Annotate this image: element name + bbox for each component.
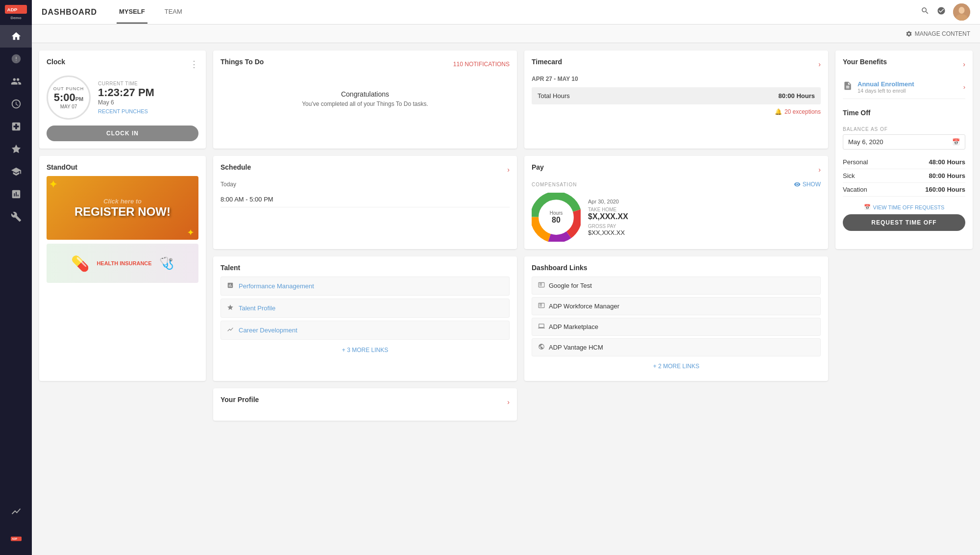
view-requests-link[interactable]: 📅 VIEW TIME OFF REQUESTS xyxy=(843,204,965,210)
timecard-total-label: Total Hours xyxy=(538,92,570,100)
document-icon xyxy=(843,81,853,93)
star-icon xyxy=(227,304,234,312)
schedule-arrow[interactable]: › xyxy=(507,166,510,174)
search-icon[interactable] xyxy=(921,6,930,18)
link-google[interactable]: Google for Test xyxy=(532,277,821,295)
pay-compensation-label: COMPENSATION xyxy=(532,182,577,187)
schedule-time-range: 8:00 AM - 5:00 PM xyxy=(220,192,510,207)
talent-item-profile[interactable]: Talent Profile xyxy=(220,299,510,318)
talent-more-links[interactable]: + 3 MORE LINKS xyxy=(220,343,510,357)
timeoff-actions: 📅 VIEW TIME OFF REQUESTS REQUEST TIME OF… xyxy=(843,204,965,231)
current-time-value: 1:23:27 PM xyxy=(98,86,198,99)
your-profile-card[interactable]: Your Profile › xyxy=(213,388,517,421)
svg-point-5 xyxy=(959,7,965,14)
pay-show-btn[interactable]: SHOW xyxy=(794,181,821,188)
sidebar-item-time[interactable] xyxy=(0,93,32,115)
exceptions-count: 20 exceptions xyxy=(784,108,821,115)
career-icon xyxy=(227,326,234,334)
sidebar-item-benefits[interactable] xyxy=(0,115,32,138)
avatar[interactable] xyxy=(953,3,970,21)
schedule-today: Today xyxy=(220,181,510,188)
benefits-enrollment-item[interactable]: Annual Enrollment 14 days left to enroll… xyxy=(843,76,965,99)
timecard-period: APR 27 - MAY 10 xyxy=(532,76,821,82)
timecard-arrow[interactable]: › xyxy=(818,60,821,68)
request-timeoff-button[interactable]: REQUEST TIME OFF xyxy=(843,214,965,231)
clock-date: MAY 07 xyxy=(60,104,77,109)
pay-chart-area: Hours 80 Apr 30, 2020 TAKE HOME $X,XXX.X… xyxy=(532,193,821,242)
sidebar-item-learning[interactable] xyxy=(0,160,32,183)
clock-info: CURRENT TIME 1:23:27 PM May 6 RECENT PUN… xyxy=(98,81,198,114)
talent-profile-label: Talent Profile xyxy=(239,304,275,312)
timecard-exceptions[interactable]: 🔔 20 exceptions xyxy=(532,108,821,115)
check-icon[interactable] xyxy=(937,6,946,18)
dashboard-links-card: Dashboard Links Google for Test ADP Work… xyxy=(524,256,828,381)
profile-arrow[interactable]: › xyxy=(507,398,510,406)
sidebar-item-talent[interactable] xyxy=(0,138,32,160)
clock-title: Clock xyxy=(47,58,65,66)
tab-team[interactable]: TEAM xyxy=(162,8,185,24)
enrollment-info: Annual Enrollment 14 days left to enroll xyxy=(858,80,914,94)
header-tabs: MYSELF TEAM xyxy=(117,0,185,24)
profile-title: Your Profile xyxy=(220,396,259,404)
enrollment-sub: 14 days left to enroll xyxy=(858,88,914,94)
pay-show-label: SHOW xyxy=(803,181,821,188)
calendar-small-icon: 📅 xyxy=(864,204,871,210)
sidebar-item-people[interactable] xyxy=(0,70,32,93)
todo-congrats-title: Congratulations xyxy=(220,90,510,98)
benefits-arrow[interactable]: › xyxy=(963,60,965,68)
standout-title: StandOut xyxy=(47,163,198,171)
talent-title: Talent xyxy=(220,264,510,272)
pay-arrow[interactable]: › xyxy=(818,166,821,174)
clock-card: Clock ⋮ OUT PUNCH 5:00PM MAY 07 CURRENT … xyxy=(39,50,206,149)
pay-date: Apr 30, 2020 xyxy=(588,199,628,204)
sidebar: ADP Demo ADP xyxy=(0,0,32,428)
clock-menu-btn[interactable]: ⋮ xyxy=(190,59,198,70)
todo-congrats-sub: You've completed all of your Things To D… xyxy=(220,101,510,107)
standout-banner[interactable]: Click here to REGISTER NOW! ✦ ✦ xyxy=(47,176,198,240)
calendar-icon[interactable]: 📅 xyxy=(952,138,960,146)
todo-congrats: Congratulations You've completed all of … xyxy=(220,76,510,122)
health-insurance-banner[interactable]: 💊 HEALTH INSURANCE 🩺 xyxy=(47,244,198,283)
balance-label: BALANCE AS OF xyxy=(843,126,965,132)
sidebar-item-home[interactable] xyxy=(0,25,32,48)
link-marketplace[interactable]: ADP Marketplace xyxy=(532,318,821,336)
timeoff-sick-row: Sick 80:00 Hours xyxy=(843,169,965,183)
sidebar-item-pay[interactable] xyxy=(0,48,32,70)
career-label: Career Development xyxy=(239,327,297,334)
laptop-icon xyxy=(538,323,545,331)
talent-item-performance[interactable]: Performance Management xyxy=(220,277,510,296)
timecard-title: Timecard xyxy=(532,58,562,66)
todo-notifications[interactable]: 110 NOTIFICATIONS xyxy=(453,61,510,68)
talent-card: Talent Performance Management Talent Pro… xyxy=(213,256,517,381)
recent-punches-link[interactable]: RECENT PUNCHES xyxy=(98,108,198,114)
manage-content-btn[interactable]: MANAGE CONTENT xyxy=(906,30,970,37)
manage-content-label: MANAGE CONTENT xyxy=(915,30,970,37)
timeoff-section-header: Time Off BALANCE AS OF May 6, 2020 📅 Per… xyxy=(843,109,965,231)
timeoff-date: May 6, 2020 xyxy=(848,138,883,146)
tab-myself[interactable]: MYSELF xyxy=(117,8,147,24)
link-vantage[interactable]: ADP Vantage HCM xyxy=(532,338,821,356)
pay-info: Apr 30, 2020 TAKE HOME $X,XXX.XX GROSS P… xyxy=(588,199,628,236)
links-more-btn[interactable]: + 2 MORE LINKS xyxy=(532,359,821,374)
take-home-value: $X,XXX.XX xyxy=(588,212,628,221)
pay-card: Pay › COMPENSATION SHOW xyxy=(524,156,828,249)
talent-item-career[interactable]: Career Development xyxy=(220,321,510,340)
timeoff-personal-hours: 48:00 Hours xyxy=(929,158,965,166)
timecard-total-row: Total Hours 80:00 Hours xyxy=(532,87,821,104)
todo-title: Things To Do xyxy=(220,58,264,66)
schedule-title: Schedule xyxy=(220,163,251,171)
timeoff-vacation-label: Vacation xyxy=(843,186,867,193)
clock-circle: OUT PUNCH 5:00PM MAY 07 xyxy=(47,76,91,120)
current-time-label: CURRENT TIME xyxy=(98,81,198,86)
timecard-total-value: 80:00 Hours xyxy=(779,92,815,100)
timeoff-vacation-hours: 160:00 Hours xyxy=(925,186,965,193)
standout-card: StandOut Click here to REGISTER NOW! ✦ ✦… xyxy=(39,156,206,381)
page-title: DASHBOARD xyxy=(42,8,97,17)
db-icon-1 xyxy=(538,281,545,290)
timeoff-sick-hours: 80:00 Hours xyxy=(929,172,965,179)
link-workforce[interactable]: ADP Workforce Manager xyxy=(532,297,821,315)
sidebar-item-reports[interactable] xyxy=(0,183,32,205)
enrollment-arrow[interactable]: › xyxy=(963,83,965,91)
sidebar-item-admin[interactable] xyxy=(0,205,32,228)
clock-in-button[interactable]: CLOCK IN xyxy=(47,126,198,141)
